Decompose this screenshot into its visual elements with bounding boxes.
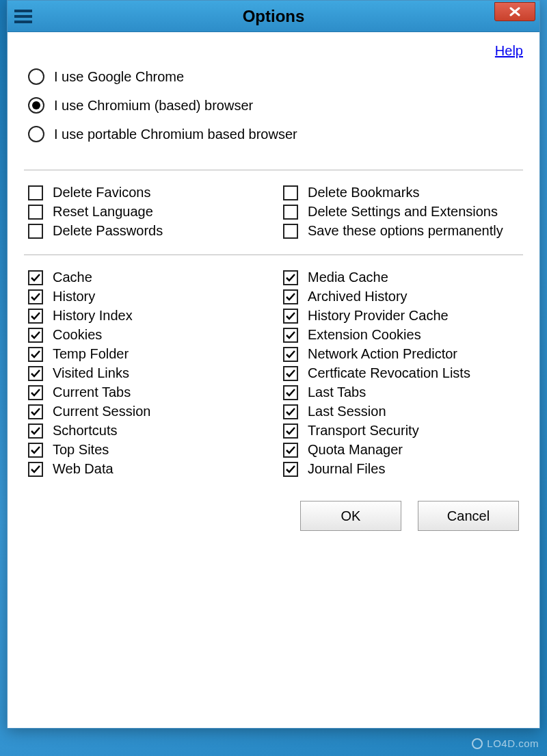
checkbox-label: Last Session bbox=[308, 404, 386, 419]
checkbox-media_cache[interactable]: Media Cache bbox=[283, 270, 523, 285]
checkbox-label: History Provider Cache bbox=[308, 308, 449, 324]
checkbox-icon bbox=[283, 205, 298, 220]
checkbox-label: History bbox=[53, 289, 95, 304]
checkbox-label: Cookies bbox=[53, 327, 102, 343]
checkbox-temp_folder[interactable]: Temp Folder bbox=[28, 346, 268, 362]
checkbox-label: Certficate Revocation Lists bbox=[308, 365, 470, 381]
data-items-section: CacheHistoryHistory IndexCookiesTemp Fol… bbox=[24, 266, 523, 483]
watermark-icon bbox=[472, 738, 483, 749]
checkbox-icon bbox=[283, 443, 298, 458]
checkbox-last_session[interactable]: Last Session bbox=[283, 404, 523, 419]
close-button[interactable] bbox=[494, 2, 535, 21]
checkbox-label: Save these options permanently bbox=[308, 223, 503, 239]
menu-icon[interactable] bbox=[8, 1, 39, 32]
checkbox-bookmarks[interactable]: Delete Bookmarks bbox=[283, 185, 523, 200]
checkbox-cookies[interactable]: Cookies bbox=[28, 327, 268, 343]
checkbox-history[interactable]: History bbox=[28, 289, 268, 304]
checkbox-label: Delete Settings and Extensions bbox=[308, 204, 498, 220]
separator-1 bbox=[24, 170, 523, 170]
checkbox-last_tabs[interactable]: Last Tabs bbox=[283, 384, 523, 400]
checkbox-icon bbox=[283, 423, 298, 439]
help-link[interactable]: Help bbox=[495, 43, 523, 58]
checkbox-label: Cache bbox=[53, 270, 92, 285]
radio-label: I use Google Chrome bbox=[54, 69, 184, 85]
radio-chromium[interactable]: I use Chromium (based) browser bbox=[28, 97, 523, 114]
watermark-text: LO4D.com bbox=[487, 738, 539, 749]
checkbox-icon bbox=[28, 443, 43, 458]
checkbox-icon bbox=[283, 270, 298, 285]
titlebar: Options bbox=[8, 1, 539, 32]
checkbox-label: Delete Favicons bbox=[53, 185, 150, 200]
checkbox-shortcuts[interactable]: Schortcuts bbox=[28, 423, 268, 439]
checkbox-icon bbox=[28, 328, 43, 343]
radio-portable[interactable]: I use portable Chromium based browser bbox=[28, 126, 523, 142]
checkbox-current_session[interactable]: Current Session bbox=[28, 404, 268, 419]
checkbox-visited_links[interactable]: Visited Links bbox=[28, 365, 268, 381]
checkbox-top_sites[interactable]: Top Sites bbox=[28, 442, 268, 458]
radio-icon bbox=[28, 126, 44, 142]
help-row: Help bbox=[24, 39, 523, 60]
checkbox-current_tabs[interactable]: Current Tabs bbox=[28, 384, 268, 400]
checkbox-icon bbox=[28, 185, 43, 200]
data-items-col-right: Media CacheArchived HistoryHistory Provi… bbox=[283, 266, 523, 480]
checkbox-network_action_predictor[interactable]: Network Action Predictor bbox=[283, 346, 523, 362]
delete-options-section: Delete FaviconsReset LanguageDelete Pass… bbox=[24, 181, 523, 245]
checkbox-save_perm[interactable]: Save these options permanently bbox=[283, 223, 523, 239]
checkbox-icon bbox=[28, 270, 43, 285]
cancel-button[interactable]: Cancel bbox=[418, 501, 519, 531]
radio-chrome[interactable]: I use Google Chrome bbox=[28, 68, 523, 85]
window-title: Options bbox=[8, 7, 539, 26]
checkbox-language[interactable]: Reset Language bbox=[28, 204, 268, 220]
checkbox-history_index[interactable]: History Index bbox=[28, 308, 268, 324]
checkbox-extension_cookies[interactable]: Extension Cookies bbox=[283, 327, 523, 343]
checkbox-label: Current Tabs bbox=[53, 384, 131, 400]
checkbox-favicons[interactable]: Delete Favicons bbox=[28, 185, 268, 200]
checkbox-icon bbox=[28, 404, 43, 419]
delete-options-col-right: Delete BookmarksDelete Settings and Exte… bbox=[283, 181, 523, 242]
button-row: OK Cancel bbox=[24, 483, 523, 531]
checkbox-label: Extension Cookies bbox=[308, 327, 421, 343]
checkbox-label: Current Session bbox=[53, 404, 150, 419]
checkbox-label: Delete Bookmarks bbox=[308, 185, 419, 200]
radio-icon bbox=[28, 97, 44, 114]
checkbox-icon bbox=[283, 289, 298, 304]
watermark: LO4D.com bbox=[472, 738, 539, 749]
svg-rect-2 bbox=[14, 21, 32, 23]
checkbox-label: Archived History bbox=[308, 289, 408, 304]
checkbox-cache[interactable]: Cache bbox=[28, 270, 268, 285]
checkbox-icon bbox=[283, 224, 298, 239]
checkbox-label: Last Tabs bbox=[308, 384, 366, 400]
checkbox-journal_files[interactable]: Journal Files bbox=[283, 461, 523, 477]
checkbox-label: Journal Files bbox=[308, 461, 385, 477]
checkbox-icon bbox=[283, 366, 298, 381]
checkbox-icon bbox=[28, 289, 43, 304]
checkbox-label: Transport Security bbox=[308, 423, 419, 439]
checkbox-icon bbox=[283, 347, 298, 362]
radio-icon bbox=[28, 68, 44, 85]
checkbox-settings_ext[interactable]: Delete Settings and Extensions bbox=[283, 204, 523, 220]
browser-choice-group: I use Google ChromeI use Chromium (based… bbox=[24, 60, 523, 167]
checkbox-label: Quota Manager bbox=[308, 442, 403, 458]
close-icon bbox=[509, 7, 520, 16]
checkbox-archived_history[interactable]: Archived History bbox=[283, 289, 523, 304]
options-window: Options Help I use Google ChromeI use Ch… bbox=[7, 0, 540, 729]
checkbox-passwords[interactable]: Delete Passwords bbox=[28, 223, 268, 239]
ok-button[interactable]: OK bbox=[300, 501, 401, 531]
svg-rect-0 bbox=[14, 10, 32, 12]
separator-2 bbox=[24, 255, 523, 255]
delete-options-col-left: Delete FaviconsReset LanguageDelete Pass… bbox=[28, 181, 268, 242]
checkbox-label: History Index bbox=[53, 308, 133, 324]
svg-rect-1 bbox=[14, 15, 32, 18]
checkbox-label: Schortcuts bbox=[53, 423, 117, 439]
checkbox-quota_manager[interactable]: Quota Manager bbox=[283, 442, 523, 458]
checkbox-label: Delete Passwords bbox=[53, 223, 163, 239]
checkbox-history_provider_cache[interactable]: History Provider Cache bbox=[283, 308, 523, 324]
checkbox-label: Top Sites bbox=[53, 442, 109, 458]
checkbox-web_data[interactable]: Web Data bbox=[28, 461, 268, 477]
checkbox-label: Media Cache bbox=[308, 270, 388, 285]
checkbox-icon bbox=[283, 462, 298, 477]
content-area: Help I use Google ChromeI use Chromium (… bbox=[8, 32, 539, 542]
checkbox-cert_revocation[interactable]: Certficate Revocation Lists bbox=[283, 365, 523, 381]
checkbox-transport_security[interactable]: Transport Security bbox=[283, 423, 523, 439]
data-items-col-left: CacheHistoryHistory IndexCookiesTemp Fol… bbox=[28, 266, 268, 480]
